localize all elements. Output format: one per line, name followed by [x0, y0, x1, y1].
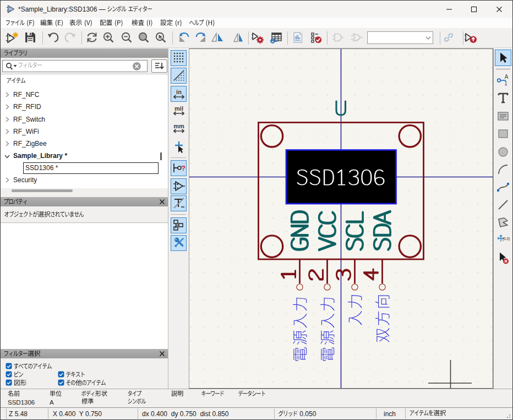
svg-text:in: in [176, 89, 182, 95]
svg-text:A: A [505, 74, 509, 80]
svg-text:mil: mil [174, 105, 183, 112]
svg-text:(0,0): (0,0) [503, 237, 510, 241]
svg-text:mm: mm [173, 123, 184, 129]
svg-text:1: 1 [504, 80, 507, 86]
svg-text:?: ? [181, 164, 185, 172]
